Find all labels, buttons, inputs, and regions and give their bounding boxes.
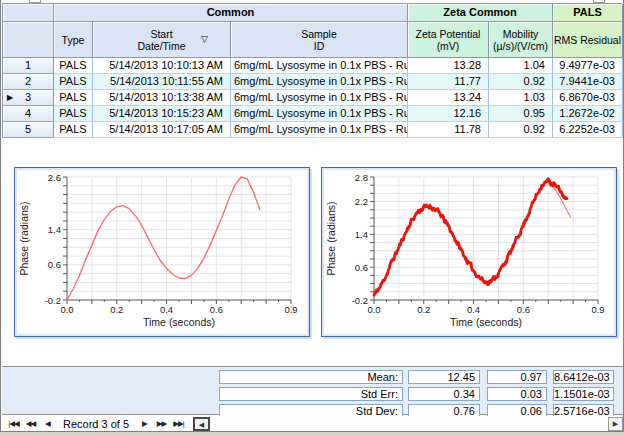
row-number: 1 bbox=[25, 59, 31, 71]
cell-rms[interactable]: 1.2672e-02 bbox=[553, 106, 623, 122]
col-header-zeta-text: (mV) bbox=[408, 40, 488, 52]
row-selector[interactable]: 4 bbox=[3, 106, 54, 122]
window-bottom-edge bbox=[0, 432, 624, 436]
col-header-mobility[interactable]: Mobility(µ/s)/(V/cm) bbox=[489, 22, 553, 58]
svg-text:1.4: 1.4 bbox=[355, 229, 368, 240]
svg-text:0.6: 0.6 bbox=[517, 304, 530, 315]
cell-zeta[interactable]: 11.78 bbox=[408, 122, 489, 138]
record-navigator-bar: |◀◀ ◀◀ ◀ Record 3 of 5 ▶ ▶▶ ▶▶| ◀ ▶ bbox=[2, 416, 623, 431]
col-header-mobility-text: Mobility bbox=[489, 28, 552, 40]
cell-type[interactable]: PALS bbox=[54, 74, 93, 90]
svg-text:0.6: 0.6 bbox=[355, 262, 368, 273]
svg-text:0.4: 0.4 bbox=[467, 304, 480, 315]
row-number: 4 bbox=[25, 107, 31, 119]
col-header-datetime[interactable]: StartDate/Time▽ bbox=[93, 22, 231, 58]
cell-rms[interactable]: 9.4977e-03 bbox=[553, 58, 623, 74]
cell-datetime[interactable]: 5/14/2013 10:15:23 AM bbox=[93, 106, 231, 122]
x-axis-title: Time (seconds) bbox=[143, 316, 215, 328]
col-header-sample-text: ID bbox=[231, 40, 407, 52]
svg-text:2.2: 2.2 bbox=[355, 196, 368, 207]
col-header-type[interactable]: Type bbox=[54, 22, 93, 58]
row-number: 2 bbox=[25, 75, 31, 87]
summary-mean-label: Mean: bbox=[219, 370, 403, 384]
hscrollbar-left-arrow[interactable]: ◀ bbox=[193, 417, 210, 431]
svg-text:0.4: 0.4 bbox=[160, 304, 173, 315]
phase-plot-measured: 0.00.20.40.60.9-0.20.61.42.22.8Time (sec… bbox=[321, 167, 617, 337]
current-record-arrow-icon: ▶ bbox=[7, 91, 13, 105]
svg-text:2.6: 2.6 bbox=[48, 172, 61, 183]
summary-std-err-rms: 1.1501e-03 bbox=[553, 387, 614, 401]
svg-text:0.6: 0.6 bbox=[48, 259, 61, 270]
cell-rms[interactable]: 6.8670e-03 bbox=[553, 90, 623, 106]
cell-datetime[interactable]: 5/14/2013 10:11:55 AM bbox=[93, 74, 231, 90]
cell-sample[interactable]: 6mg/mL Lysosyme in 0.1x PBS - Run 1 bbox=[231, 122, 408, 138]
nav-prev-button[interactable]: ◀ bbox=[39, 417, 56, 431]
cell-datetime[interactable]: 5/14/2013 10:13:38 AM bbox=[93, 90, 231, 106]
cell-sample[interactable]: 6mg/mL Lysosyme in 0.1x PBS - Run 2 bbox=[231, 106, 408, 122]
measured-phase-line bbox=[374, 179, 567, 295]
row-selector[interactable]: 5 bbox=[3, 122, 54, 138]
results-panel: CommonZeta CommonPALSTypeStartDate/Time▽… bbox=[0, 0, 624, 432]
cell-datetime[interactable]: 5/14/2013 10:17:05 AM bbox=[93, 122, 231, 138]
svg-text:0.9: 0.9 bbox=[591, 304, 604, 315]
cell-type[interactable]: PALS bbox=[54, 106, 93, 122]
pals-results-window: CommonZeta CommonPALSTypeStartDate/Time▽… bbox=[0, 0, 624, 436]
group-header-zeta-common: Zeta Common bbox=[408, 4, 553, 22]
col-header-sample[interactable]: SampleID bbox=[231, 22, 408, 58]
col-header-num[interactable] bbox=[3, 22, 54, 58]
nav-first-button[interactable]: |◀◀ bbox=[5, 417, 22, 431]
svg-text:0.6: 0.6 bbox=[210, 304, 223, 315]
statistics-summary-strip: Mean:12.450.978.6412e-03Std Err:0.340.03… bbox=[2, 366, 623, 415]
hscrollbar-track[interactable] bbox=[210, 417, 608, 431]
svg-text:0.0: 0.0 bbox=[367, 304, 380, 315]
cell-zeta[interactable]: 13.28 bbox=[408, 58, 489, 74]
svg-text:0.2: 0.2 bbox=[417, 304, 430, 315]
cell-type[interactable]: PALS bbox=[54, 58, 93, 74]
cell-mobility[interactable]: 0.95 bbox=[489, 106, 553, 122]
col-header-zeta[interactable]: Zeta Potential(mV) bbox=[408, 22, 489, 58]
cell-rms[interactable]: 6.2252e-03 bbox=[553, 122, 623, 138]
cell-rms[interactable]: 7.9441e-03 bbox=[553, 74, 623, 90]
cell-zeta[interactable]: 12.16 bbox=[408, 106, 489, 122]
cell-type[interactable]: PALS bbox=[54, 90, 93, 106]
row-selector[interactable]: ▶3 bbox=[3, 90, 54, 106]
cell-mobility[interactable]: 0.92 bbox=[489, 74, 553, 90]
sort-descending-icon: ▽ bbox=[201, 34, 208, 44]
nav-prev-page-button[interactable]: ◀◀ bbox=[22, 417, 39, 431]
svg-text:0.2: 0.2 bbox=[110, 304, 123, 315]
chart-canvas: 0.00.20.40.60.9-0.20.61.42.6Time (second… bbox=[15, 168, 309, 336]
summary-std-err-label: Std Err: bbox=[219, 387, 403, 401]
row-number: 3 bbox=[25, 91, 31, 103]
col-header-zeta-text: Zeta Potential bbox=[408, 28, 488, 40]
group-header-pals: PALS bbox=[553, 4, 623, 22]
record-position-label: Record 3 of 5 bbox=[56, 417, 136, 431]
cell-zeta[interactable]: 11.77 bbox=[408, 74, 489, 90]
cell-sample[interactable]: 6mg/mL Lysosyme in 0.1x PBS - Run 3 bbox=[231, 90, 408, 106]
col-header-mobility-text: (µ/s)/(V/cm) bbox=[489, 40, 552, 52]
cell-zeta[interactable]: 13.24 bbox=[408, 90, 489, 106]
cell-mobility[interactable]: 1.04 bbox=[489, 58, 553, 74]
nav-last-button[interactable]: ▶▶| bbox=[170, 417, 187, 431]
results-grid: CommonZeta CommonPALSTypeStartDate/Time▽… bbox=[2, 3, 622, 138]
hscrollbar-right-arrow[interactable]: ▶ bbox=[608, 417, 623, 431]
svg-text:2.8: 2.8 bbox=[355, 172, 368, 183]
nav-next-page-button[interactable]: ▶▶ bbox=[153, 417, 170, 431]
cell-datetime[interactable]: 5/14/2013 10:10:13 AM bbox=[93, 58, 231, 74]
cell-mobility[interactable]: 1.03 bbox=[489, 90, 553, 106]
cell-sample[interactable]: 6mg/mL Lysosyme in 0.1x PBS - Run 5 bbox=[231, 58, 408, 74]
row-number: 5 bbox=[25, 123, 31, 135]
svg-text:-0.2: -0.2 bbox=[352, 295, 368, 306]
svg-text:0.0: 0.0 bbox=[60, 304, 73, 315]
y-axis-title: Phase (radians) bbox=[18, 201, 30, 275]
nav-next-button[interactable]: ▶ bbox=[136, 417, 153, 431]
cell-mobility[interactable]: 0.92 bbox=[489, 122, 553, 138]
row-selector[interactable]: 2 bbox=[3, 74, 54, 90]
summary-std-err-zeta: 0.34 bbox=[408, 387, 480, 401]
col-header-rms[interactable]: RMS Residual bbox=[553, 22, 623, 58]
summary-mean-rms: 8.6412e-03 bbox=[553, 370, 614, 384]
row-selector[interactable]: 1 bbox=[3, 58, 54, 74]
svg-text:0.9: 0.9 bbox=[284, 304, 297, 315]
cell-sample[interactable]: 6mg/mL Lysosyme in 0.1x PBS - Run 4 bbox=[231, 74, 408, 90]
summary-mean-mobility: 0.97 bbox=[487, 370, 547, 384]
cell-type[interactable]: PALS bbox=[54, 122, 93, 138]
